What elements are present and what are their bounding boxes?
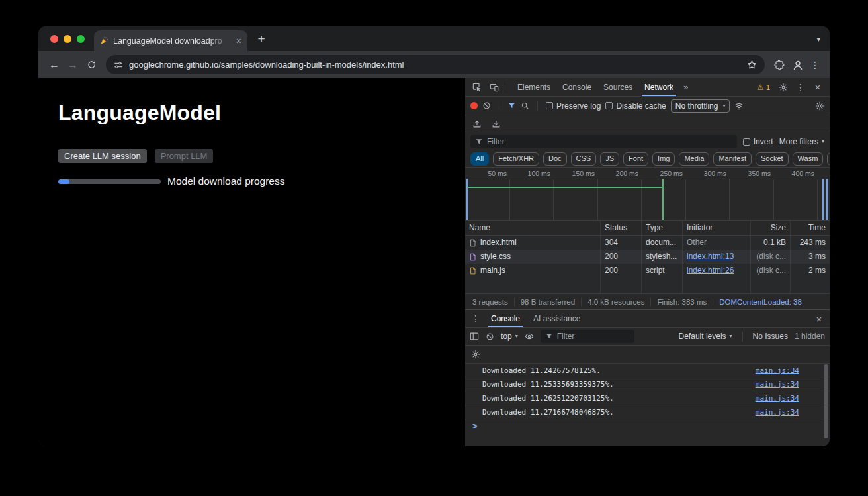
clear-console-icon[interactable] (486, 332, 494, 341)
chip-all[interactable]: All (470, 152, 489, 165)
chip-css[interactable]: CSS (571, 152, 597, 165)
clear-network-log-icon[interactable] (482, 101, 491, 110)
device-toolbar-icon[interactable] (486, 79, 502, 95)
chip-manifest[interactable]: Manifest (713, 152, 752, 165)
search-icon[interactable] (521, 101, 529, 110)
chip-js[interactable]: JS (600, 152, 619, 165)
issues-counter[interactable]: No Issues (753, 332, 788, 341)
new-tab-button[interactable] (253, 30, 270, 48)
log-levels-select[interactable]: Default levels (679, 332, 732, 341)
tab-console[interactable]: Console (557, 78, 597, 96)
console-prompt[interactable] (465, 419, 830, 433)
tab-sources[interactable]: Sources (598, 78, 638, 96)
column-initiator[interactable]: Initiator (683, 221, 751, 235)
initiator-link[interactable]: index.html:26 (687, 264, 734, 277)
chevron-down-icon (722, 103, 725, 109)
requests-table-header: Name Status Type Initiator Size Time (465, 221, 830, 236)
create-llm-session-button[interactable]: Create LLM session (58, 149, 147, 163)
throttling-select[interactable]: No throttling (671, 99, 730, 113)
disable-cache-checkbox[interactable]: Disable cache (605, 101, 666, 111)
browser-menu-icon[interactable] (807, 60, 823, 70)
devtools-close-icon[interactable] (810, 82, 826, 92)
console-filter-box[interactable] (541, 330, 634, 343)
column-name[interactable]: Name (465, 221, 601, 235)
chip-font[interactable]: Font (623, 152, 648, 165)
drawer-tab-console[interactable]: Console (485, 310, 526, 327)
table-row[interactable]: main.js 200 script index.html:26 (disk c… (465, 264, 830, 277)
live-expression-eye-icon[interactable] (525, 332, 534, 341)
stylesheet-icon (469, 253, 477, 261)
drawer-tab-ai-assistance[interactable]: AI assistance (527, 310, 586, 327)
url-text[interactable]: googlechrome.github.io/samples/downloadi… (129, 60, 404, 70)
site-settings-icon[interactable] (114, 60, 123, 70)
reload-button[interactable] (82, 56, 101, 74)
table-row[interactable]: style.css 200 stylesh... index.html:13 (… (465, 250, 830, 264)
source-link[interactable]: main.js:34 (756, 408, 799, 417)
resources: 4.0 kB resources (582, 298, 651, 306)
chip-fetch-xhr[interactable]: Fetch/XHR (493, 152, 539, 165)
record-network-log-icon[interactable] (470, 102, 478, 109)
chip-other[interactable]: Other (827, 152, 830, 165)
har-row (465, 115, 830, 132)
context-selector[interactable]: top (501, 332, 518, 341)
warning-icon (757, 83, 764, 91)
network-overview-timeline[interactable]: 50 ms 100 ms 150 ms 200 ms 250 ms 300 ms… (465, 168, 830, 221)
chip-socket[interactable]: Socket (756, 152, 789, 165)
console-scrollbar[interactable] (824, 364, 828, 438)
drawer-close-icon[interactable] (811, 314, 827, 324)
column-time[interactable]: Time (791, 221, 830, 235)
source-link[interactable]: main.js:34 (756, 380, 799, 389)
console-sidebar-icon[interactable] (470, 332, 479, 341)
warning-badge[interactable]: 1 (753, 83, 774, 91)
network-settings-gear-icon[interactable] (815, 101, 824, 111)
network-filter-box[interactable] (470, 135, 737, 148)
back-button[interactable] (45, 56, 64, 74)
url-bar[interactable]: googlechrome.github.io/samples/downloadi… (106, 55, 765, 74)
console-filter-input[interactable] (557, 332, 630, 341)
source-link[interactable]: main.js:34 (756, 366, 799, 375)
bookmark-star-icon[interactable] (747, 60, 757, 70)
prompt-llm-button[interactable]: Prompt LLM (155, 149, 214, 163)
preserve-log-checkbox[interactable]: Preserve log (546, 101, 601, 111)
close-window-button[interactable] (50, 35, 58, 43)
column-size[interactable]: Size (751, 221, 791, 235)
console-message: Downloaded 11.26251220703125%. main.js:3… (465, 391, 830, 405)
tab-network[interactable]: Network (639, 78, 679, 96)
network-conditions-icon[interactable] (734, 101, 744, 111)
tab-close-icon[interactable] (236, 36, 241, 46)
chip-media[interactable]: Media (679, 152, 709, 165)
forward-button[interactable] (64, 56, 82, 74)
extensions-icon[interactable] (770, 56, 789, 74)
console-settings-gear-icon[interactable] (471, 350, 480, 359)
browser-tab[interactable]: LanguageModel downloadpro (94, 30, 247, 51)
minimize-window-button[interactable] (64, 35, 71, 43)
column-type[interactable]: Type (642, 221, 683, 235)
network-filter-input[interactable] (487, 137, 732, 146)
import-har-icon[interactable] (472, 119, 482, 128)
console-message: Downloaded 11.24267578125%. main.js:34 (465, 363, 830, 377)
tab-search-chevron-icon[interactable] (816, 34, 820, 43)
table-row[interactable]: index.html 304 docum... Other 0.1 kB 243… (465, 236, 830, 250)
more-filters-button[interactable]: More filters (779, 137, 824, 146)
column-status[interactable]: Status (601, 221, 642, 235)
devtools-settings-gear-icon[interactable] (775, 79, 791, 95)
source-link[interactable]: main.js:34 (756, 394, 799, 403)
invert-checkbox[interactable]: Invert (743, 137, 773, 146)
requests-count: 3 requests (466, 298, 515, 306)
tab-elements[interactable]: Elements (512, 78, 556, 96)
drawer-menu-icon[interactable] (468, 313, 484, 324)
devtools-menu-icon[interactable] (793, 82, 808, 93)
chip-doc[interactable]: Doc (543, 152, 567, 165)
maximize-window-button[interactable] (77, 35, 85, 43)
filter-toggle-icon[interactable] (507, 101, 516, 110)
hidden-messages-count[interactable]: 1 hidden (795, 332, 825, 341)
chip-wasm[interactable]: Wasm (793, 152, 824, 165)
browser-window: LanguageModel downloadpro googlechrome.g… (38, 26, 830, 446)
tick-label: 300 ms (693, 170, 726, 177)
more-tabs-icon[interactable] (680, 82, 691, 92)
inspect-element-icon[interactable] (469, 79, 485, 95)
initiator-link[interactable]: index.html:13 (687, 250, 734, 264)
chip-img[interactable]: Img (652, 152, 675, 165)
export-har-icon[interactable] (492, 119, 501, 128)
profile-avatar[interactable] (789, 56, 807, 74)
